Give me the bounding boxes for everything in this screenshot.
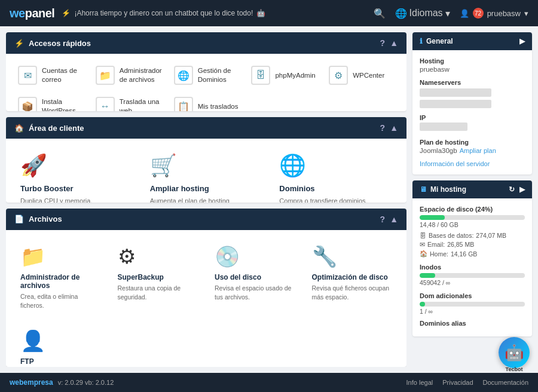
archivos-item-adminarchivos[interactable]: 📁 Administrador de archivos Crea, edita … <box>16 240 106 314</box>
mi-hosting-title: Mi hosting <box>430 185 466 194</box>
archivos-desc-adminarchivos: Crea, edita o elimina ficheros. <box>20 292 101 310</box>
db-detail: 🗄 Bases de datos: 274,07 MB <box>420 232 525 239</box>
archivos-collapse-icon[interactable]: ▲ <box>390 215 398 224</box>
info-circle-icon: ℹ <box>420 37 423 45</box>
hosting-value: pruebasw <box>420 66 525 73</box>
server-info-link[interactable]: Información del servidor <box>420 160 525 167</box>
idiomas-button[interactable]: 🌐 Idiomas ▾ <box>395 8 450 19</box>
footer: webempresa v: 2.0.29 vb: 2.0.12 Info leg… <box>0 373 538 392</box>
install-icon: 📦 <box>18 97 37 111</box>
cart-icon: 🛒 <box>150 153 177 178</box>
inodos-bar-fill <box>420 273 435 278</box>
nameservers-row: Nameservers ns7__.webempresa ns7__.webem… <box>420 79 525 108</box>
inodos-container: Inodos 459042 / ∞ <box>420 264 525 286</box>
disk-space-label: Espacio de disco (24%) <box>420 206 525 213</box>
archivos-desc-usodisco: Revisa el espacio usado de tus archivos. <box>215 284 295 301</box>
user-menu[interactable]: 👤 72 pruebasw ▾ <box>460 8 528 19</box>
archivos-item-usodisco[interactable]: 💿 Uso del disco Revisa el espacio usado … <box>210 240 300 314</box>
db-icon: 🗄 <box>251 66 270 85</box>
footer-link-privacidad[interactable]: Privacidad <box>442 379 473 386</box>
archivos-desc-superbackup: Restaura una copia de seguridad. <box>118 284 198 301</box>
quick-label-traslada: Traslada una web <box>120 97 162 111</box>
home-detail-value: 14,16 GB <box>451 250 477 258</box>
notification-badge: 72 <box>473 8 484 19</box>
archivos-item-superbackup[interactable]: ⚙ SuperBackup Restaura una copia de segu… <box>113 240 203 314</box>
backup-icon: ⚙ <box>118 244 136 268</box>
quick-item-correo[interactable]: ✉ Cuentas de correo <box>14 62 87 88</box>
db-detail-value: 274,07 MB <box>476 232 506 239</box>
general-panel: ℹ General ▶ Hosting pruebasw Nameservers… <box>412 32 532 174</box>
mi-hosting-refresh-icon[interactable]: ↻ <box>509 185 515 194</box>
email-detail-label: Email: <box>427 241 445 248</box>
area-grid: 🚀 Turbo Booster Duplica CPU y memoria. 🛒… <box>6 139 406 203</box>
mi-hosting-video-icon[interactable]: ▶ <box>519 185 525 194</box>
quick-item-archivos[interactable]: 📁 Administrador de archivos <box>92 62 166 88</box>
area-item-ampliar[interactable]: 🛒 Ampliar hosting Aumenta el plan de hos… <box>145 148 268 203</box>
area-collapse-icon[interactable]: ▲ <box>390 123 398 133</box>
header-right: 🔍 🌐 Idiomas ▾ 👤 72 pruebasw ▾ <box>374 8 528 19</box>
archivos-title-optimizacion: Optimización de disco <box>312 273 388 281</box>
general-video-icon[interactable]: ▶ <box>519 37 525 45</box>
area-help-icon[interactable]: ? <box>380 123 386 133</box>
disk-space-bar-bg <box>420 215 525 220</box>
archivos-help-icon[interactable]: ? <box>380 215 386 224</box>
hosting-label: Hosting <box>420 57 525 65</box>
lightning-icon: ⚡ <box>14 39 24 48</box>
moves-icon: 📋 <box>174 97 193 111</box>
area-cliente-title: Área de cliente <box>29 124 84 133</box>
general-panel-body: Hosting pruebasw Nameservers ns7__.webem… <box>412 50 532 174</box>
right-column: ℹ General ▶ Hosting pruebasw Nameservers… <box>412 32 532 367</box>
folder-yellow-icon: 📁 <box>20 244 45 268</box>
archivos-desc-optimizacion: Revisa qué ficheros ocupan más espacio. <box>312 284 393 301</box>
archivos-title-superbackup: SuperBackup <box>118 273 164 281</box>
footer-link-documentacion[interactable]: Documentación <box>483 379 528 386</box>
quick-item-dominios[interactable]: 🌐 Gestión de Dominios <box>170 62 243 88</box>
area-item-turbobooster[interactable]: 🚀 Turbo Booster Duplica CPU y memoria. <box>16 148 138 203</box>
quick-label-mistraslados: Mis traslados <box>198 102 239 111</box>
chatbot-avatar[interactable]: 🤖 <box>499 337 530 368</box>
footer-links: Info legal Privacidad Documentación <box>406 379 528 386</box>
quick-access-collapse-icon[interactable]: ▲ <box>390 38 398 48</box>
logo[interactable]: wepanel <box>10 7 54 20</box>
quick-access-title: Accesos rápidos <box>29 39 91 48</box>
home-detail-label: Home: <box>430 250 448 258</box>
dom-section: Dom adicionales 1 / ∞ <box>420 292 525 315</box>
user-icon: 👤 <box>460 9 469 18</box>
server-icon: 🖥 <box>420 185 427 194</box>
username: pruebasw <box>487 9 521 18</box>
area-desc-dominios: Compra o transfiere dominios. <box>279 197 367 203</box>
globe-icon: 🌐 <box>395 8 407 19</box>
archivos-item-ftp[interactable]: 👤 FTP Lista, crea o elimina cuentas FTP. <box>16 324 111 367</box>
search-icon[interactable]: 🔍 <box>374 8 386 19</box>
quick-access-help-icon[interactable]: ? <box>380 38 386 48</box>
quick-item-phpmyadmin[interactable]: 🗄 phpMyAdmin <box>247 62 320 88</box>
optimize-icon: 🔧 <box>312 244 337 268</box>
ip-row: IP <box>420 114 525 133</box>
archivos-item-optimizacion[interactable]: 🔧 Optimización de disco Revisa qué fiche… <box>307 240 398 314</box>
quick-label-archivos: Administrador de archivos <box>120 66 162 84</box>
quick-item-wpcenter[interactable]: ⚙ WPCenter <box>325 62 398 88</box>
quick-access-header-left: ⚡ Accesos rápidos <box>14 39 91 48</box>
header: wepanel ⚡ ¡Ahorra tiempo y dinero con un… <box>0 0 538 26</box>
quick-item-traslada[interactable]: ↔ Traslada una web <box>92 93 166 111</box>
ns1-value: ns7__.webempresa <box>420 88 491 97</box>
email-storage-icon: ✉ <box>420 241 425 248</box>
area-item-dominios[interactable]: 🌐 Dominios Compra o transfiere dominios. <box>274 148 397 203</box>
quick-access-header-right: ? ▲ <box>380 38 398 48</box>
quick-access-header: ⚡ Accesos rápidos ? ▲ <box>6 32 406 54</box>
mi-hosting-body: Espacio de disco (24%) 14,48 / 60 GB 🗄 B… <box>412 198 532 336</box>
mi-hosting-header: 🖥 Mi hosting ↻ ▶ <box>412 180 532 198</box>
area-desc-ampliar: Aumenta el plan de hosting <box>150 197 230 203</box>
ampliar-plan-link[interactable]: Ampliar plan <box>460 147 496 154</box>
ns2-value: ns7__.webempresa <box>420 100 491 108</box>
dom-values: 1 / ∞ <box>420 308 525 315</box>
globe-domain-icon: 🌐 <box>279 153 306 178</box>
archivos-ftp-row: 👤 FTP Lista, crea o elimina cuentas FTP. <box>6 324 406 367</box>
quick-item-mistraslados[interactable]: 📋 Mis traslados <box>170 93 243 111</box>
disk-space-bar-fill <box>420 215 445 220</box>
quick-item-instala[interactable]: 📦 Instala WordPress <box>14 93 87 111</box>
wp-icon: ⚙ <box>329 66 348 85</box>
footer-link-legal[interactable]: Info legal <box>406 379 433 386</box>
header-left: wepanel ⚡ ¡Ahorra tiempo y dinero con un… <box>10 7 265 20</box>
area-title-dominios: Dominios <box>279 184 314 193</box>
